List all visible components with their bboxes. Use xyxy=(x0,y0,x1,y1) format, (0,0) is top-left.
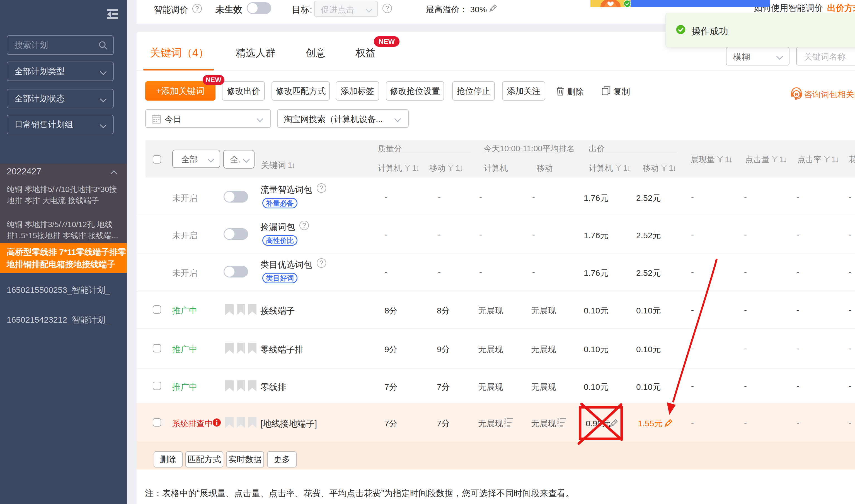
svg-text:e: e xyxy=(795,90,798,98)
svg-text:1: 1 xyxy=(557,424,559,427)
svg-text:1: 1 xyxy=(504,424,506,427)
